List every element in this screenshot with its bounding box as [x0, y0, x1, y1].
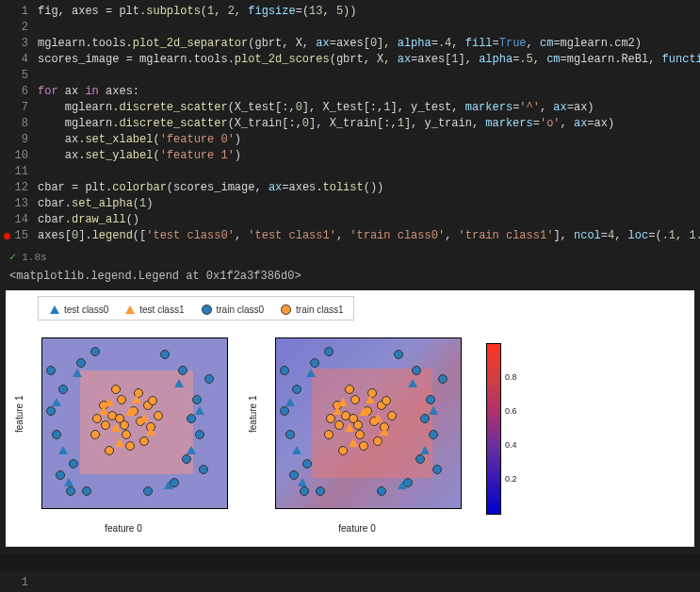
legend-label: train class0	[217, 304, 265, 315]
circle-marker-icon	[69, 459, 78, 469]
plot-legend: test class0test class1train class0train …	[38, 296, 354, 321]
code-text[interactable]	[38, 164, 700, 180]
code-line[interactable]: 12cbar = plt.colorbar(scores_image, ax=a…	[0, 180, 700, 196]
legend-label: test class0	[64, 304, 108, 315]
exec-time: 1.8s	[22, 252, 46, 263]
circle-marker-icon	[373, 436, 383, 446]
triangle-marker-icon	[345, 423, 354, 432]
line-number: 14	[0, 212, 38, 228]
triangle-marker-icon	[139, 414, 149, 422]
circle-marker-icon	[429, 430, 438, 439]
circle-marker-icon	[52, 430, 61, 439]
code-text[interactable]: axes[0].legend(['test class0', 'test cla…	[38, 228, 700, 244]
axes-area: feature 0 feature 1 feature 0 feature 1 …	[15, 324, 685, 541]
code-line[interactable]: 7 mglearn.discrete_scatter(X_test[:,0], …	[0, 100, 700, 116]
line-number: 7	[0, 100, 38, 116]
circle-marker-icon	[192, 395, 202, 404]
line-number: 6	[0, 84, 38, 100]
code-text[interactable]: fig, axes = plt.subplots(1, 2, figsize=(…	[38, 4, 700, 20]
next-code-cell[interactable]: 1	[0, 571, 700, 592]
circle-marker-icon	[90, 347, 100, 356]
code-text[interactable]: ax.set_ylabel('feature 1')	[38, 148, 700, 164]
subplot-left: feature 0 feature 1	[15, 334, 232, 532]
triangle-marker-icon	[333, 406, 342, 415]
circle-marker-icon	[46, 366, 56, 375]
circle-marker-icon	[324, 347, 334, 356]
code-text[interactable]: scores_image = mglearn.tools.plot_2d_sco…	[38, 52, 700, 68]
colorbar-tick-label: 0.6	[505, 406, 517, 416]
circle-marker-icon	[438, 374, 448, 384]
circle-marker-icon	[66, 486, 75, 496]
circle-marker-icon	[105, 446, 114, 455]
code-line[interactable]: 13cbar.set_alpha(1)	[0, 196, 700, 212]
circle-marker-icon	[160, 350, 170, 359]
code-line[interactable]: 8 mglearn.discrete_scatter(X_train[:,0],…	[0, 116, 700, 132]
circle-marker-icon	[280, 406, 289, 416]
legend-item: train class0	[202, 304, 265, 315]
code-cell[interactable]: 1fig, axes = plt.subplots(1, 2, figsize=…	[0, 0, 700, 248]
circle-marker-icon	[117, 395, 126, 404]
circle-marker-icon	[143, 486, 153, 496]
code-text[interactable]: mglearn.tools.plot_2d_separator(gbrt, X,…	[38, 36, 700, 52]
code-line[interactable]: 1fig, axes = plt.subplots(1, 2, figsize=…	[0, 4, 700, 20]
legend-item: train class1	[281, 304, 344, 315]
code-text[interactable]: mglearn.discrete_scatter(X_train[:,0], X…	[38, 116, 700, 132]
ylabel-right: feature 1	[248, 396, 258, 433]
legend-item: test class0	[50, 304, 108, 315]
code-line[interactable]: 15axes[0].legend(['test class0', 'test c…	[0, 228, 700, 244]
line-number: 3	[0, 36, 38, 52]
code-line[interactable]: 2	[0, 20, 700, 36]
code-text[interactable]: cbar = plt.colorbar(scores_image, ax=axe…	[38, 180, 700, 196]
triangle-marker-icon	[338, 398, 348, 406]
circle-marker-icon	[324, 430, 334, 439]
circle-marker-icon	[195, 430, 204, 439]
triangle-marker-icon	[285, 398, 295, 406]
circle-marker-icon	[199, 465, 208, 474]
circle-marker-icon	[387, 411, 397, 420]
line-number: 1	[0, 575, 38, 591]
code-line[interactable]: 3mglearn.tools.plot_2d_separator(gbrt, X…	[0, 36, 700, 52]
line-number: 13	[0, 196, 38, 212]
code-line[interactable]: 5	[0, 68, 700, 84]
circle-marker-icon	[359, 441, 368, 451]
code-text[interactable]: for ax in axes:	[38, 84, 700, 100]
circle-marker-icon	[281, 304, 291, 315]
line-number: 9	[0, 132, 38, 148]
line-number: 15	[0, 228, 38, 244]
code-line[interactable]: 4scores_image = mglearn.tools.plot_2d_sc…	[0, 52, 700, 68]
line-number: 11	[0, 164, 38, 180]
triangle-marker-icon	[373, 414, 383, 422]
triangle-marker-icon	[429, 406, 438, 415]
code-line[interactable]: 9 ax.set_xlabel('feature 0')	[0, 132, 700, 148]
triangle-marker-icon	[125, 305, 135, 314]
circle-marker-icon	[202, 304, 212, 315]
circle-marker-icon	[292, 385, 301, 394]
circle-marker-icon	[101, 420, 110, 430]
triangle-marker-icon	[420, 446, 430, 454]
circle-marker-icon	[326, 414, 335, 423]
code-line[interactable]: 14cbar.draw_all()	[0, 212, 700, 228]
triangle-marker-icon	[164, 481, 173, 489]
code-line[interactable]: 11	[0, 164, 700, 180]
xlabel-left: feature 0	[105, 523, 141, 534]
circle-marker-icon	[125, 441, 135, 451]
code-text[interactable]: cbar.draw_all()	[38, 212, 700, 228]
triangle-marker-icon	[380, 427, 389, 436]
code-text[interactable]: ax.set_xlabel('feature 0')	[38, 132, 700, 148]
line-number: 5	[0, 68, 38, 84]
code-text[interactable]	[38, 68, 700, 84]
code-text[interactable]: mglearn.discrete_scatter(X_test[:,0], X_…	[38, 100, 700, 116]
code-line[interactable]: 6for ax in axes:	[0, 84, 700, 100]
triangle-marker-icon	[398, 481, 407, 489]
circle-marker-icon	[310, 358, 319, 368]
triangle-marker-icon	[64, 478, 73, 486]
code-line[interactable]: 10 ax.set_ylabel('feature 1')	[0, 148, 700, 164]
empty-code[interactable]	[38, 575, 700, 591]
circle-marker-icon	[187, 414, 196, 423]
code-text[interactable]: cbar.set_alpha(1)	[38, 196, 700, 212]
code-text[interactable]	[38, 20, 700, 36]
triangle-marker-icon	[105, 398, 114, 406]
circle-marker-icon	[302, 459, 312, 469]
colorbar: 0.80.60.40.2	[486, 343, 505, 522]
circle-marker-icon	[82, 486, 91, 496]
